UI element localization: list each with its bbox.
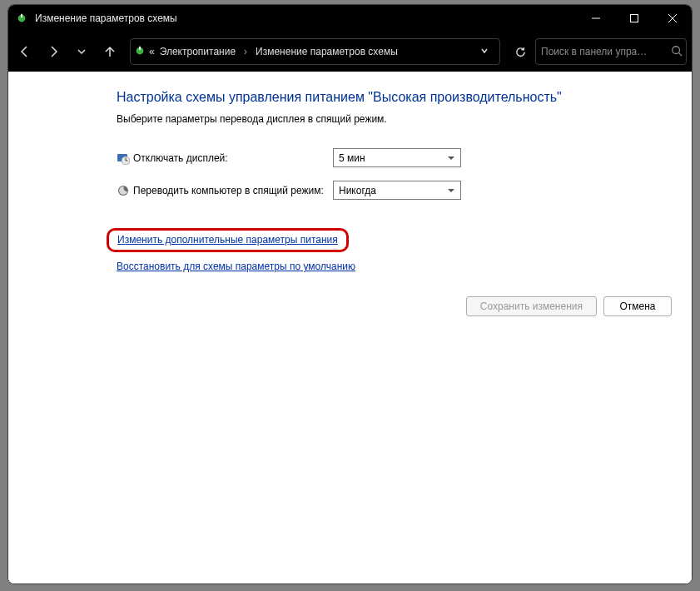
setting-label: Переводить компьютер в спящий режим: xyxy=(133,185,333,196)
window: Изменение параметров схемы xyxy=(7,4,693,584)
search-icon xyxy=(671,45,683,59)
refresh-button[interactable] xyxy=(507,38,534,65)
breadcrumb-prefix: « xyxy=(147,44,156,59)
titlebar: Изменение параметров схемы xyxy=(8,5,692,32)
sleep-select[interactable]: Никогда xyxy=(333,181,461,200)
close-button[interactable] xyxy=(653,5,692,32)
recent-locations-button[interactable] xyxy=(68,38,95,65)
highlight-annotation: Изменить дополнительные параметры питани… xyxy=(107,228,349,252)
window-controls xyxy=(577,5,692,32)
display-timeout-icon xyxy=(117,151,133,165)
breadcrumb-item-1[interactable]: Электропитание xyxy=(158,44,237,59)
maximize-button[interactable] xyxy=(615,5,653,32)
setting-row-display-off: Отключать дисплей: 5 мин xyxy=(117,148,658,167)
chevron-down-icon[interactable] xyxy=(473,46,496,57)
svg-rect-7 xyxy=(139,46,141,49)
app-icon xyxy=(15,12,28,25)
save-button: Сохранить изменения xyxy=(466,296,597,316)
search-input[interactable] xyxy=(541,46,666,57)
up-button[interactable] xyxy=(97,38,123,65)
content-area: Настройка схемы управления питанием "Выс… xyxy=(8,72,692,584)
svg-point-8 xyxy=(673,46,680,53)
svg-line-9 xyxy=(679,52,683,56)
navbar: « Электропитание › Изменение параметров … xyxy=(8,32,692,72)
setting-row-sleep: Переводить компьютер в спящий режим: Ник… xyxy=(117,181,658,200)
window-title: Изменение параметров схемы xyxy=(35,12,177,24)
address-bar[interactable]: « Электропитание › Изменение параметров … xyxy=(130,38,500,65)
restore-defaults-link[interactable]: Восстановить для схемы параметры по умол… xyxy=(117,259,355,274)
cancel-button[interactable]: Отмена xyxy=(603,296,672,316)
select-value: Никогда xyxy=(339,185,376,196)
page-title: Настройка схемы управления питанием "Выс… xyxy=(117,90,658,105)
sleep-icon xyxy=(117,184,133,197)
svg-rect-1 xyxy=(21,14,22,17)
back-button[interactable] xyxy=(12,38,38,65)
svg-rect-3 xyxy=(631,15,638,22)
links-section: Изменить дополнительные параметры питани… xyxy=(117,228,658,286)
select-value: 5 мин xyxy=(339,152,365,164)
forward-button[interactable] xyxy=(40,38,67,65)
location-icon xyxy=(134,45,146,59)
search-box[interactable] xyxy=(535,38,687,65)
button-row: Сохранить изменения Отмена xyxy=(466,296,672,316)
page-subtext: Выберите параметры перевода дисплея в сп… xyxy=(117,113,658,125)
minimize-button[interactable] xyxy=(577,5,615,32)
display-off-select[interactable]: 5 мин xyxy=(333,148,461,167)
breadcrumb-item-2[interactable]: Изменение параметров схемы xyxy=(254,44,400,59)
chevron-right-icon: › xyxy=(239,46,252,57)
advanced-settings-link[interactable]: Изменить дополнительные параметры питани… xyxy=(117,232,338,247)
setting-label: Отключать дисплей: xyxy=(133,152,333,164)
